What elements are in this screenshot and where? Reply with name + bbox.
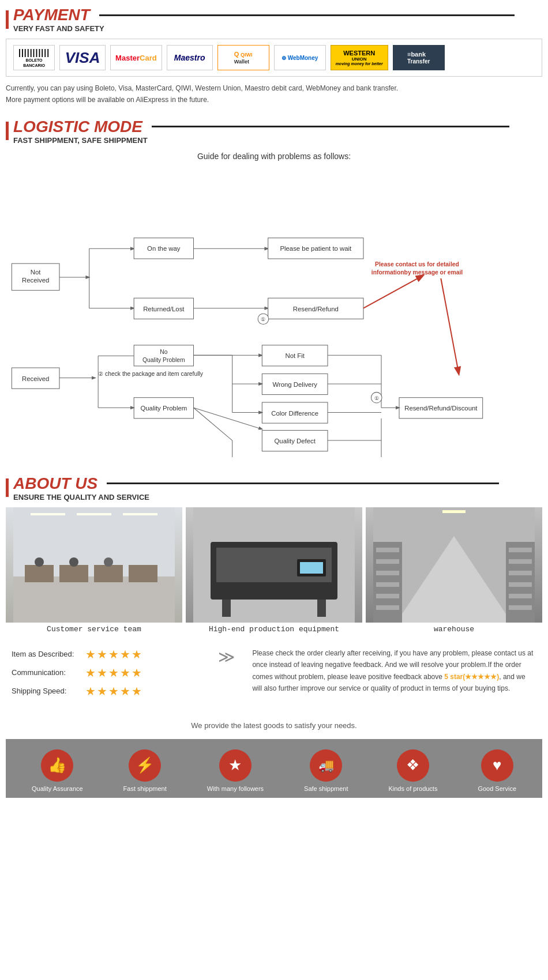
logistic-header: LOGISTIC MODE FAST SHIPPMENT, SAFE SHIPP… bbox=[6, 118, 542, 145]
photo-label-2: High-end production equipment bbox=[186, 623, 362, 638]
rating-item-described: Item as Described: ★★★★★ bbox=[12, 647, 201, 661]
rating-highlight: 5 star(★★★★★) bbox=[444, 673, 499, 681]
logistic-black-divider bbox=[152, 126, 509, 127]
icon-kinds-products: ❖ Kinds of products bbox=[388, 749, 437, 792]
logistic-section: LOGISTIC MODE FAST SHIPPMENT, SAFE SHIPP… bbox=[0, 112, 548, 145]
rating-stars-3: ★★★★★ bbox=[85, 684, 143, 698]
flowchart-title: Guide for dealing with problems as follo… bbox=[6, 152, 542, 161]
about-red-accent bbox=[6, 478, 9, 497]
svg-rect-93 bbox=[376, 559, 399, 564]
svg-text:Quality Defect: Quality Defect bbox=[274, 438, 316, 444]
svg-rect-87 bbox=[222, 600, 231, 617]
photo-warehouse: warehouse bbox=[366, 507, 542, 638]
ratings-text: Please check the order clearly after rec… bbox=[252, 647, 536, 695]
svg-text:Resend/Refund: Resend/Refund bbox=[293, 306, 339, 312]
icon-label-service: Good Service bbox=[478, 785, 516, 792]
icon-label-fast: Fast shippment bbox=[123, 785, 167, 792]
icon-safe-shippment: 🚚 Safe shippment bbox=[304, 749, 348, 792]
bottom-icons-section: 👍 Quality Assurance ⚡ Fast shippment ★ W… bbox=[6, 739, 542, 798]
svg-rect-71 bbox=[13, 576, 175, 623]
svg-text:No: No bbox=[160, 349, 167, 355]
rating-item-communication: Communication: ★★★★★ bbox=[12, 666, 201, 680]
svg-text:Returned/Lost: Returned/Lost bbox=[143, 306, 185, 312]
svg-text:Wrong Delivery: Wrong Delivery bbox=[272, 381, 317, 388]
svg-text:On the way: On the way bbox=[147, 245, 181, 252]
rating-stars-1: ★★★★★ bbox=[85, 647, 143, 661]
red-accent-bar bbox=[6, 10, 9, 29]
logo-qiwi: Q QIWI Wallet bbox=[217, 45, 269, 70]
rating-item-shipping: Shipping Speed: ★★★★★ bbox=[12, 684, 201, 698]
svg-rect-88 bbox=[317, 600, 326, 617]
quality-assurance-icon: 👍 bbox=[41, 749, 73, 782]
about-photos: Customer service team High-end produ bbox=[6, 507, 542, 638]
payment-title: PAYMENT bbox=[13, 6, 90, 24]
svg-rect-86 bbox=[300, 562, 323, 574]
logo-webmoney: ⊕ WebMoney bbox=[274, 45, 326, 70]
safe-shippment-icon: 🚚 bbox=[310, 749, 342, 782]
payment-subtitle: VERY FAST AND SAFETY bbox=[13, 24, 515, 33]
svg-rect-73 bbox=[59, 565, 88, 582]
svg-text:①: ① bbox=[374, 395, 379, 401]
svg-text:Quality Problem: Quality Problem bbox=[142, 356, 185, 363]
svg-line-49 bbox=[194, 408, 262, 429]
svg-rect-74 bbox=[94, 565, 123, 582]
photo-customer-service: Customer service team bbox=[6, 507, 182, 638]
svg-rect-95 bbox=[376, 582, 399, 587]
svg-text:② check the package and item c: ② check the package and item carefully bbox=[98, 371, 204, 377]
svg-text:Please contact us for detailed: Please contact us for detailed bbox=[375, 261, 459, 267]
svg-rect-77 bbox=[77, 513, 111, 515]
svg-point-79 bbox=[35, 557, 44, 567]
svg-text:Not: Not bbox=[31, 269, 42, 276]
svg-text:Please be patient to wait: Please be patient to wait bbox=[280, 245, 352, 252]
svg-text:informationby message or email: informationby message or email bbox=[371, 269, 463, 276]
payment-logos: ||||||||||| BOLETO BANCARIO VISA MasterC… bbox=[6, 39, 542, 77]
svg-line-20 bbox=[363, 276, 423, 308]
rating-label-3: Shipping Speed: bbox=[12, 687, 81, 695]
icon-good-service: ♥ Good Service bbox=[478, 749, 516, 792]
svg-rect-92 bbox=[376, 548, 399, 552]
good-service-icon: ♥ bbox=[481, 749, 513, 782]
svg-text:Received: Received bbox=[22, 277, 49, 284]
logistic-red-accent bbox=[6, 122, 9, 140]
double-arrow: ≫ bbox=[212, 647, 241, 666]
provide-text: We provide the latest goods to satisfy y… bbox=[6, 712, 542, 739]
bottom-icons-list: 👍 Quality Assurance ⚡ Fast shippment ★ W… bbox=[12, 749, 536, 792]
svg-text:Resend/Refund/Discount: Resend/Refund/Discount bbox=[404, 405, 478, 412]
svg-rect-104 bbox=[509, 605, 532, 610]
svg-rect-97 bbox=[376, 605, 399, 610]
svg-rect-75 bbox=[129, 565, 157, 582]
svg-rect-103 bbox=[509, 594, 532, 598]
icon-fast-shippment: ⚡ Fast shippment bbox=[123, 749, 167, 792]
about-black-divider bbox=[107, 483, 499, 484]
logistic-title: LOGISTIC MODE bbox=[13, 118, 142, 136]
logo-bank-transfer: ≡bankTransfer bbox=[393, 45, 445, 70]
svg-rect-100 bbox=[509, 559, 532, 564]
svg-rect-76 bbox=[31, 513, 65, 515]
logo-western-union: WESTERN UNION moving money for better bbox=[331, 45, 388, 70]
logistic-subtitle: FAST SHIPPMENT, SAFE SHIPPMENT bbox=[13, 136, 509, 145]
logo-maestro: Maestro bbox=[167, 45, 213, 70]
svg-rect-94 bbox=[376, 571, 399, 575]
fast-shippment-icon: ⚡ bbox=[129, 749, 161, 782]
flowchart-svg: Not Received On the way Please be patien… bbox=[6, 171, 542, 457]
logo-boleto: ||||||||||| BOLETO BANCARIO bbox=[13, 45, 55, 70]
svg-text:①: ① bbox=[261, 316, 265, 322]
icon-label-followers: With many followers bbox=[207, 785, 264, 792]
svg-line-54 bbox=[194, 408, 232, 440]
svg-text:Color Difference: Color Difference bbox=[271, 409, 318, 416]
photo-label-3: warehouse bbox=[366, 623, 542, 638]
svg-point-80 bbox=[69, 557, 78, 567]
rating-label-1: Item as Described: bbox=[12, 650, 81, 658]
svg-rect-105 bbox=[442, 510, 466, 513]
svg-line-23 bbox=[441, 278, 459, 374]
about-header: ABOUT US ENSURE THE QUALITY AND SERVICE bbox=[6, 474, 542, 502]
icon-label-safe: Safe shippment bbox=[304, 785, 348, 792]
svg-rect-78 bbox=[123, 513, 157, 515]
svg-rect-96 bbox=[376, 594, 399, 598]
svg-rect-102 bbox=[509, 582, 532, 587]
svg-text:Quality Problem: Quality Problem bbox=[140, 405, 187, 412]
rating-stars-2: ★★★★★ bbox=[85, 666, 143, 680]
svg-text:Not Fit: Not Fit bbox=[285, 352, 305, 359]
about-section: ABOUT US ENSURE THE QUALITY AND SERVICE bbox=[0, 469, 548, 798]
svg-rect-72 bbox=[25, 565, 54, 582]
